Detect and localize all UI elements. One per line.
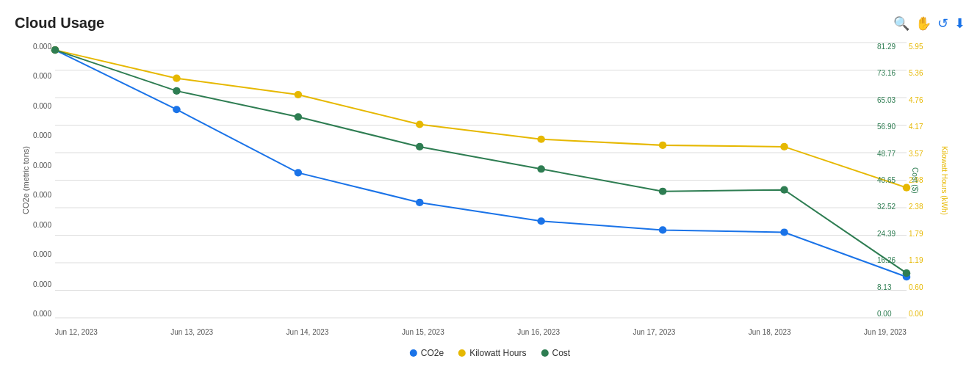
x-tick-4: Jun 16, 2023 (517, 328, 560, 336)
legend-item-co2e: CO2e (410, 348, 444, 358)
cost-point (51, 46, 60, 54)
download-icon[interactable]: ⬇ (954, 15, 965, 32)
kwh-point (780, 143, 788, 150)
legend-item-kwh: Kilowatt Hours (458, 348, 526, 358)
legend-dot-kwh (458, 349, 466, 357)
header: Cloud Usage 🔍 ✋ ↺ ⬇ (15, 15, 965, 32)
kwh-axis-label: Kilowatt Hours (kWh) (940, 146, 948, 215)
refresh-icon[interactable]: ↺ (937, 15, 948, 32)
legend-label-kwh: Kilowatt Hours (469, 348, 526, 358)
x-tick-1: Jun 13, 2023 (170, 328, 213, 336)
y-axis-left-label: CO2e (metric tons) (21, 146, 30, 214)
x-axis: Jun 12, 2023 Jun 13, 2023 Jun 14, 2023 J… (55, 328, 907, 336)
cost-point (659, 188, 667, 195)
legend-item-cost: Cost (541, 348, 571, 358)
cost-point (295, 113, 303, 120)
co2e-point (659, 226, 667, 233)
cost-point (780, 186, 788, 194)
cost-axis-label: Cost ($) (911, 167, 919, 194)
toolbar: 🔍 ✋ ↺ ⬇ (893, 15, 965, 32)
x-tick-6: Jun 18, 2023 (749, 328, 791, 336)
kwh-point (295, 91, 303, 98)
search-icon[interactable]: 🔍 (893, 15, 909, 32)
legend-label-co2e: CO2e (421, 348, 444, 358)
hand-icon[interactable]: ✋ (915, 15, 932, 32)
cost-axis-label-container: Cost ($) (908, 43, 921, 318)
cost-point (537, 165, 545, 172)
page-title: Cloud Usage (15, 15, 104, 32)
legend-dot-cost (541, 349, 549, 357)
co2e-point (295, 169, 303, 176)
kwh-point (659, 142, 667, 149)
x-tick-5: Jun 17, 2023 (633, 328, 675, 336)
co2e-point (780, 228, 788, 236)
chart-svg-container (55, 43, 907, 318)
kwh-line (55, 50, 907, 188)
cost-point (173, 87, 181, 95)
co2e-line (55, 50, 907, 277)
x-tick-7: Jun 19, 2023 (864, 328, 907, 336)
kwh-point (537, 136, 545, 143)
legend-dot-co2e (410, 349, 417, 357)
co2e-point (173, 106, 181, 113)
kwh-axis-label-container: Kilowatt Hours (kWh) (937, 43, 951, 318)
x-tick-2: Jun 14, 2023 (287, 328, 329, 336)
y-axis-right-cost: 81.29 73.16 65.03 56.90 48.77 40.65 32.5… (877, 43, 905, 318)
kwh-point (173, 75, 181, 82)
legend: CO2e Kilowatt Hours Cost (410, 348, 570, 358)
chart-svg (55, 43, 907, 318)
co2e-point (416, 199, 424, 206)
x-tick-0: Jun 12, 2023 (55, 328, 98, 336)
cost-line (55, 50, 907, 273)
cost-point (416, 143, 424, 150)
x-tick-3: Jun 15, 2023 (402, 328, 444, 336)
co2e-point (537, 217, 545, 225)
main-container: Cloud Usage 🔍 ✋ ↺ ⬇ 0.000 0.000 0.000 0.… (0, 0, 980, 389)
legend-label-cost: Cost (552, 348, 571, 358)
chart-area: 0.000 0.000 0.000 0.000 0.000 0.000 0.00… (15, 39, 965, 362)
kwh-point (416, 120, 424, 128)
